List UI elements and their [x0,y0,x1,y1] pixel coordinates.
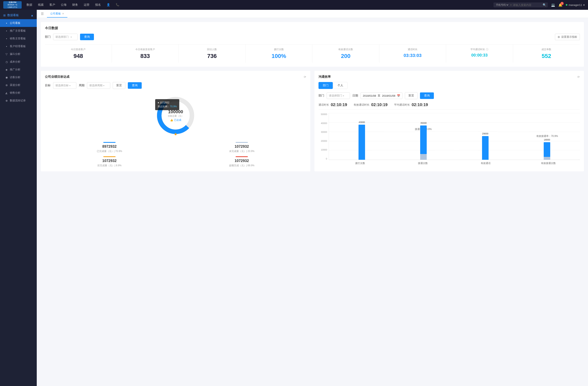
sidebar-item-data-flow[interactable]: ⊕ 数据流转记录 [0,97,37,104]
sidebar-collapse-icon[interactable]: ▲ [31,14,34,17]
nav-leads[interactable]: 线索 [38,3,44,7]
y-label-20000: 20000 [321,140,327,142]
bar-connect-short[interactable] [420,154,427,160]
nav-person-icon[interactable]: 👤 [106,3,110,7]
search-box[interactable]: 手机号码 ▾ 🔍 [493,2,548,7]
search-type-select[interactable]: 手机号码 [495,3,509,6]
nav-customer[interactable]: 客户 [49,3,55,7]
thumb-up-icon: 👍 [170,119,173,122]
comm-dept-select[interactable]: 请选择部门 ▾ [327,92,350,99]
stat-value: 200 [315,53,377,59]
sidebar-item-promo-mgr[interactable]: ▪ 推广主管看板 [0,27,37,35]
comm-dept-placeholder: 请选择部门 [329,94,342,97]
date-range[interactable]: 2018/01/08 至 2018/01/08 📅 [360,92,402,99]
nav-finance[interactable]: 财务 [72,3,78,7]
bar-effective-main[interactable] [482,136,489,160]
stat-value: 736 [181,53,243,59]
sidebar-item-cost[interactable]: ◷ 成本分析 [0,58,37,66]
chevron-down-icon: ▾ [71,36,72,38]
bar-dial-main[interactable] [358,125,365,160]
tab-menu-icon[interactable]: ☰ [41,12,44,16]
refresh-icon[interactable]: ⟳ [304,75,306,78]
stat-value: 833 [114,53,176,59]
tooltip-ratio: 70.9% [170,105,177,108]
tab-close-icon[interactable]: ✕ [62,12,64,15]
grid-icon: ⊞ [3,14,6,17]
bar-label-43000: 43000 [359,121,365,123]
sidebar-item-promo[interactable]: ◈ 推广分析 [0,66,37,74]
period-select[interactable]: 请选择周期 ▾ [87,82,110,89]
nav-signup[interactable]: 报名 [95,3,101,7]
username: manager11 [568,3,582,6]
sidebar-item-label: 数据流转记录 [10,99,26,102]
sidebar-item-sales[interactable]: ◭ 销售分析 [0,89,37,97]
goal-select[interactable]: 请选择目标 ▾ [53,82,76,89]
sidebar-section-header[interactable]: ⊞ 数据看板 ▲ [0,11,37,19]
bar-connect-tall: 35000 [420,125,427,154]
sidebar-item-label: 访客分析 [10,76,21,79]
comm-query-button[interactable]: 查询 [420,92,434,99]
refresh-icon2[interactable]: ⟳ [577,75,580,78]
nav-phone-icon[interactable]: 📞 [116,3,119,7]
goal-stat-value: 1072932 [177,159,306,163]
comm-tab-person[interactable]: 个人 [333,82,348,89]
sidebar-item-label: 推广分析 [10,68,21,71]
tooltip-ratio-label: 所占比例： [158,105,170,108]
stat-label: 成交单数 [516,48,578,51]
notification-icon[interactable]: 🔔 5 [558,3,563,7]
comm-reset-button[interactable]: 重置 [405,92,418,99]
settings-button[interactable]: ⚙ 设置显示指标 [555,34,580,40]
funnel-icon: ▽ [5,52,8,56]
cost-icon: ◷ [5,60,8,63]
tab-company-board[interactable]: 公司看板 ✕ [47,10,67,18]
comm-stats: 通话时长 02:10:19 有效通话时长 02:10:19 平均通话时长 02:… [318,102,580,110]
nav-ops[interactable]: 运营 [84,3,89,7]
user-info[interactable]: manager11 ▾ [566,3,585,6]
stat-deals: 成交单数 552 [513,44,580,63]
comm-tab-dept[interactable]: 部门 [318,82,333,89]
sales-mgr-icon: ▪ [5,37,8,40]
comm-stat-label: 平均通话时长 [394,103,410,107]
sidebar-item-funnel[interactable]: ▽ 漏斗分析 [0,50,37,58]
goal-stat-incomplete: 1072932 未完成量（元）| 20.9% [177,142,306,153]
dept-select[interactable]: 请选择部门 ▾ [53,34,78,40]
search-icon[interactable]: 🔍 [543,3,546,6]
bar-eff-connect-main[interactable] [544,142,550,157]
sidebar-item-sales-mgr[interactable]: ▪ 销售主管看板 [0,35,37,42]
bar-eff-connect-short[interactable] [544,157,550,160]
bar-connect-main[interactable] [420,125,427,154]
comm-stat-avg-duration: 平均通话时长 02:10:19 [394,102,428,107]
stat-label: 回访人数 [181,48,243,51]
donut-sublabel: 目标总量（元） [168,115,184,117]
today-query-button[interactable]: 查询 [80,34,94,40]
sidebar: ⊞ 数据看板 ▲ ▪ 公司看板 ▪ 推广主管看板 ▪ 销售主管看板 ▪ 客户经理… [0,10,37,386]
calendar-icon[interactable]: 📅 [397,94,400,97]
goal-reset-button[interactable]: 重置 [113,82,125,89]
bar-label-29000: 29000 [482,132,488,135]
donut-center-text: 100000 目标总量（元） 👍 已达成 [168,109,184,122]
goal-query-button[interactable]: 查询 [128,82,142,89]
search-input[interactable] [513,3,542,6]
goal-panel: 公司业绩目标达成 ⟳ 目标 请选择目标 ▾ 周期 请选择周期 ▾ [41,71,310,171]
nav-data[interactable]: 数据 [26,3,32,7]
chevron-down-icon: ▾ [69,84,70,87]
stat-call-duration: 通话时长 03:33:03 [379,44,446,63]
completed-bar [103,142,116,143]
goal-filter-label1: 目标 [45,84,51,87]
donut-chart: 100000 目标总量（元） 👍 已达成 ● 1072932 所占比例： [153,93,198,138]
comm-stat-label: 通话时长 [318,103,329,107]
device-icon[interactable]: 💻 [551,3,555,7]
x-label-connect: 接通次数 [392,162,455,165]
sidebar-item-channel[interactable]: ⊛ 渠道分析 [0,81,37,89]
tab-bar: ☰ 公司看板 ✕ [37,10,588,18]
user-dropdown-icon[interactable]: ▾ [583,3,585,6]
sidebar-item-company-board[interactable]: ▪ 公司看板 [0,19,37,27]
sidebar-item-cust-mgr[interactable]: ▪ 客户经理看板 [0,42,37,50]
sidebar-item-visitor[interactable]: ◉ 访客分析 [0,74,37,81]
overachieved-bar [236,156,248,157]
sales-icon: ◭ [5,91,8,95]
date-separator: 至 [378,94,380,97]
sidebar-section-title: 数据看板 [7,14,19,17]
nav-sea[interactable]: 公海 [61,3,66,7]
y-label-30000: 30000 [321,131,327,133]
